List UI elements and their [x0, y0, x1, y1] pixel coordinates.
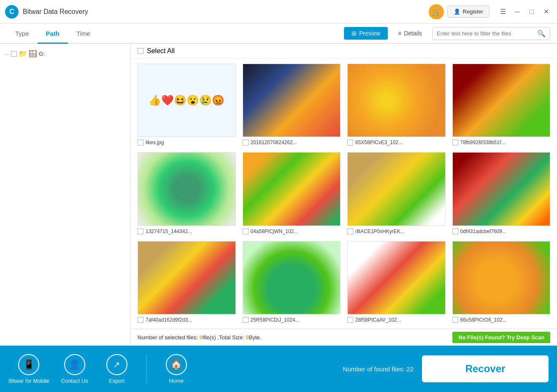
file-name: 28f58PICaAV_102... — [355, 317, 401, 323]
file-name: 0df431adcbef7609... — [460, 228, 506, 234]
file-label: 66u58PICrO6_102... — [452, 317, 551, 323]
file-label: 04a58PICjWN_102... — [243, 228, 341, 234]
grid-item: 66u58PICrO6_102... — [452, 241, 551, 323]
grid-item: 25R58PICDiJ_1024... — [243, 241, 341, 323]
sidebar: ····· 📁 🪟 G: — [0, 44, 131, 346]
file-name: 66u58PICrO6_102... — [460, 317, 507, 323]
file-checkbox[interactable] — [452, 228, 458, 234]
tab-time[interactable]: Time — [68, 24, 99, 43]
tree-checkbox[interactable] — [11, 51, 17, 57]
thumbnail[interactable] — [138, 152, 236, 226]
thumbnail[interactable] — [243, 241, 341, 314]
file-label: 13274715_144342... — [138, 228, 236, 234]
mobile-icon: 📱 — [18, 354, 39, 375]
export-label: Export — [109, 378, 125, 384]
thumbnail[interactable]: 👍❤️😆😮😢😡 — [138, 64, 236, 137]
minimize-icon: ─ — [515, 8, 519, 16]
deep-scan-button[interactable]: No File(s) Found? Try Deep Scan — [452, 332, 550, 343]
file-checkbox[interactable] — [138, 140, 143, 145]
logo-letter: C — [9, 8, 14, 16]
list-icon: ≡ — [398, 30, 401, 37]
thumbnail[interactable] — [452, 152, 551, 226]
file-name: rBACE1P0xHKyrEK... — [355, 228, 405, 234]
thumbnail[interactable] — [347, 152, 446, 226]
grid-item: 13274715_144342... — [138, 152, 236, 234]
grid-item: 28f58PICaAV_102... — [347, 241, 446, 323]
file-checkbox[interactable] — [138, 228, 143, 234]
grid-container[interactable]: 👍❤️😆😮😢😡 likes.jpg 201612070824262... — [131, 59, 557, 329]
status-text: Number of selected files: 0file(s) ,Tota… — [138, 334, 261, 341]
file-grid: 👍❤️😆😮😢😡 likes.jpg 201612070824262... — [138, 64, 550, 323]
search-icon[interactable]: 🔍 — [537, 30, 546, 38]
thumbnail[interactable] — [452, 64, 551, 137]
grid-item: 7af40ad162d9f2d3... — [138, 241, 236, 323]
menu-button[interactable]: ☰ — [497, 6, 509, 18]
file-label: 7af40ad162d9f2d3... — [138, 317, 236, 323]
export-icon: ↗ — [106, 354, 127, 375]
close-button[interactable]: ✕ — [540, 6, 552, 18]
file-checkbox[interactable] — [452, 140, 458, 145]
file-checkbox[interactable] — [243, 228, 249, 234]
grid-item: 04a58PICjWN_102... — [243, 152, 341, 234]
file-label: 78fb9926f338b51f... — [452, 140, 551, 145]
thumbnail[interactable] — [347, 241, 446, 314]
file-name: 25R58PICDiJ_1024... — [251, 317, 300, 323]
maximize-button[interactable]: □ — [526, 6, 538, 18]
file-checkbox[interactable] — [243, 140, 249, 145]
thumbnail[interactable] — [347, 64, 446, 137]
file-checkbox[interactable] — [347, 228, 353, 234]
file-name: likes.jpg — [146, 140, 164, 145]
preview-button[interactable]: ⊞ Preview — [344, 27, 388, 40]
file-name: 201612070824262... — [251, 140, 297, 145]
minimize-button[interactable]: ─ — [511, 6, 523, 18]
file-name: 04a58PICjWN_102... — [251, 228, 298, 234]
cart-button[interactable]: 🛒 — [429, 4, 444, 19]
found-count: Number of found files: 22 — [343, 365, 414, 373]
tab-path[interactable]: Path — [38, 24, 68, 43]
contact-button[interactable]: 👤 Contact Us — [58, 354, 92, 384]
file-name: 65X58PICvE3_102... — [355, 140, 403, 145]
file-name: 13274715_144342... — [146, 228, 192, 234]
register-button[interactable]: 👤 Register — [447, 5, 489, 18]
register-label: Register — [463, 8, 483, 15]
file-count: 0 — [200, 334, 203, 341]
home-label: Home — [169, 378, 184, 384]
file-label: 201612070824262... — [243, 140, 341, 145]
mobile-button[interactable]: 📱 Bitwar for Mobile — [8, 354, 49, 384]
person-icon: 👤 — [454, 8, 460, 15]
file-checkbox[interactable] — [452, 317, 458, 323]
details-button[interactable]: ≡ Details — [392, 27, 428, 40]
file-checkbox[interactable] — [243, 317, 249, 323]
grid-item: 201612070824262... — [243, 64, 341, 145]
home-button[interactable]: 🏠 Home — [160, 354, 193, 384]
window-controls: ☰ ─ □ ✕ — [497, 6, 552, 18]
thumbnail[interactable] — [138, 241, 236, 314]
cart-icon: 🛒 — [432, 7, 441, 16]
file-label: rBACE1P0xHKyrEK... — [347, 228, 446, 234]
tab-type[interactable]: Type — [7, 24, 38, 43]
search-input[interactable] — [437, 30, 537, 37]
bottom-right: Number of found files: 22 Recover — [343, 355, 549, 382]
grid-item: 0df431adcbef7609... — [452, 152, 551, 234]
app-logo: C — [5, 5, 19, 19]
title-bar-right: 🛒 👤 Register ☰ ─ □ ✕ — [429, 4, 552, 19]
thumbnail[interactable] — [243, 152, 341, 226]
recover-button[interactable]: Recover — [422, 355, 549, 382]
main-content: ····· 📁 🪟 G: Select All 👍❤️😆😮😢😡 — [0, 44, 557, 346]
select-all-checkbox[interactable] — [138, 48, 143, 54]
export-button[interactable]: ↗ Export — [100, 354, 134, 384]
file-label: 0df431adcbef7609... — [452, 228, 551, 234]
close-icon: ✕ — [543, 8, 549, 16]
contact-icon: 👤 — [64, 354, 85, 375]
title-bar: C Bitwar Data Recovery 🛒 👤 Register ☰ ─ … — [0, 0, 557, 24]
drive-label: G: — [39, 51, 45, 57]
grid-item: 👍❤️😆😮😢😡 likes.jpg — [138, 64, 236, 145]
thumbnail[interactable] — [452, 241, 551, 314]
file-area: Select All 👍❤️😆😮😢😡 likes.jpg — [131, 44, 557, 346]
file-checkbox[interactable] — [347, 140, 353, 145]
menu-icon: ☰ — [500, 8, 506, 16]
file-checkbox[interactable] — [138, 317, 143, 323]
file-checkbox[interactable] — [347, 317, 353, 323]
contact-label: Contact Us — [61, 378, 88, 384]
thumbnail[interactable] — [243, 64, 341, 137]
